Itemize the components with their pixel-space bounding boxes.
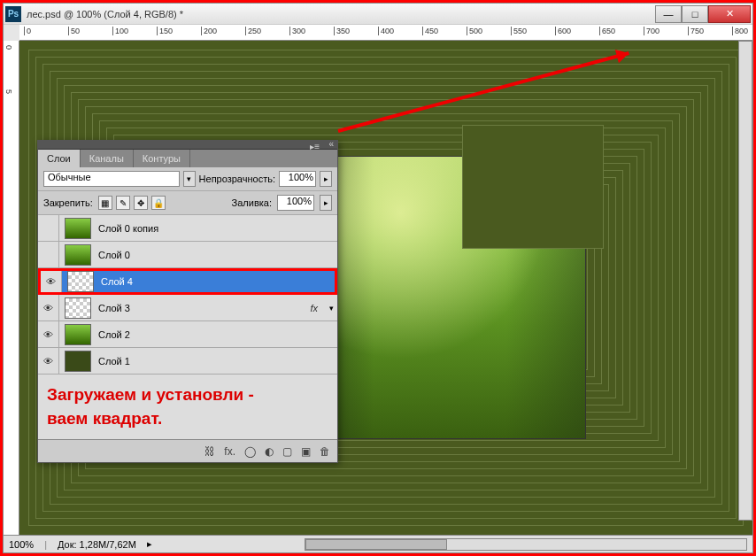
visibility-toggle[interactable]: 👁	[38, 295, 59, 320]
vertical-scrollbar[interactable]	[738, 41, 752, 521]
blend-row: Обычные ▾ Непрозрачность: 100% ▸	[38, 167, 337, 191]
opacity-arrow-icon[interactable]: ▸	[320, 171, 332, 187]
ruler-tick: 0	[24, 27, 31, 35]
window-controls: — □ ✕	[655, 5, 751, 23]
layer-list: Слой 0 копия Слой 0 👁 Слой 4 👁	[38, 215, 337, 375]
fx-expand-icon[interactable]: ▾	[325, 300, 337, 316]
layer-thumbnail[interactable]	[65, 351, 91, 372]
visibility-toggle[interactable]: 👁	[38, 321, 59, 347]
ruler-tick: 350	[334, 27, 350, 35]
zoom-level[interactable]: 100%	[9, 539, 34, 550]
fx-icon[interactable]: fx.	[224, 445, 235, 458]
layer-row[interactable]: 👁 Слой 1	[38, 348, 337, 375]
document-size: Док: 1,28M/7,62M	[58, 539, 136, 550]
layers-panel[interactable]: ▸≡ « Слои Каналы Контуры Обычные ▾ Непро…	[37, 140, 338, 463]
statusbar: 100% | Док: 1,28M/7,62M ▸	[4, 535, 752, 552]
maximize-button[interactable]: □	[682, 5, 708, 23]
fill-arrow-icon[interactable]: ▸	[320, 195, 332, 211]
square-overlay	[462, 125, 604, 249]
ruler-horizontal[interactable]: 0 50 100 150 200 250 300 350 400 450 500…	[19, 25, 752, 41]
ruler-tick: 100	[112, 27, 128, 35]
main-area: 0 5 // generate concentric lines later ▸…	[4, 41, 752, 535]
layer-thumbnail[interactable]	[65, 297, 91, 319]
minimize-button[interactable]: —	[655, 5, 682, 23]
fill-label: Заливка:	[232, 197, 272, 208]
opacity-input[interactable]: 100%	[279, 171, 316, 187]
layer-name[interactable]: Слой 0 копия	[96, 223, 337, 234]
fx-indicator[interactable]: fx	[303, 303, 325, 313]
lock-all-icon[interactable]: 🔒	[151, 196, 166, 210]
lock-transparency-icon[interactable]: ▦	[98, 196, 112, 210]
visibility-toggle[interactable]	[38, 242, 59, 267]
ruler-tick: 150	[157, 27, 173, 35]
statusbar-arrow-icon[interactable]: ▸	[147, 538, 152, 550]
tab-channels[interactable]: Каналы	[81, 150, 134, 167]
photoshop-icon: Ps	[5, 6, 21, 22]
visibility-toggle[interactable]	[38, 215, 59, 241]
panel-tabs: Слои Каналы Контуры	[38, 150, 337, 167]
layer-thumbnail[interactable]	[65, 244, 91, 266]
ruler-tick: 50	[68, 27, 80, 35]
lock-label: Закрепить:	[43, 197, 93, 208]
ruler-tick: 400	[378, 27, 394, 35]
ruler-tick: 0	[4, 45, 13, 50]
layer-name[interactable]: Слой 0	[96, 250, 337, 260]
ruler-tick: 800	[732, 27, 748, 35]
ruler-tick: 700	[644, 27, 660, 35]
layer-row[interactable]: 👁 Слой 2	[38, 321, 337, 348]
tab-layers[interactable]: Слои	[38, 150, 81, 167]
ruler-tick: 600	[555, 27, 571, 35]
layer-thumbnail[interactable]	[65, 218, 91, 239]
mask-icon[interactable]: ◯	[244, 445, 256, 458]
ruler-tick: 300	[289, 27, 305, 35]
panel-menu-icon[interactable]: ▸≡	[310, 142, 320, 151]
layer-name[interactable]: Слой 1	[96, 356, 337, 367]
adjustment-icon[interactable]: ◐	[265, 445, 274, 458]
canvas[interactable]: // generate concentric lines later ▸≡ « …	[19, 41, 752, 535]
layer-thumbnail[interactable]	[65, 324, 91, 345]
link-icon[interactable]: ⛓	[204, 445, 215, 458]
ruler-tick: 450	[422, 27, 438, 35]
layer-name[interactable]: Слой 2	[96, 329, 337, 340]
ruler-tick: 550	[511, 27, 527, 35]
ruler-tick: 650	[599, 27, 615, 35]
close-button[interactable]: ✕	[708, 5, 751, 23]
layer-row[interactable]: Слой 0	[38, 242, 337, 268]
window-title: лес.psd @ 100% (Слой 4, RGB/8) *	[27, 9, 655, 19]
ruler-tick: 750	[688, 27, 704, 35]
layer-row-selected[interactable]: 👁 Слой 4	[38, 268, 337, 295]
fill-input[interactable]: 100%	[277, 195, 314, 211]
layer-row[interactable]: Слой 0 копия	[38, 215, 337, 242]
layer-name[interactable]: Слой 4	[99, 276, 335, 287]
titlebar: Ps лес.psd @ 100% (Слой 4, RGB/8) * — □ …	[4, 4, 752, 25]
trash-icon[interactable]: 🗑	[320, 445, 330, 458]
ruler-tick: 200	[201, 27, 217, 35]
scroll-thumb[interactable]	[305, 539, 447, 550]
layer-name[interactable]: Слой 3	[96, 303, 303, 313]
ruler-tick: 250	[245, 27, 261, 35]
horizontal-scrollbar[interactable]	[305, 538, 747, 551]
ruler-tick: 500	[467, 27, 482, 35]
layer-row[interactable]: 👁 Слой 3 fx ▾	[38, 295, 337, 321]
tab-paths[interactable]: Контуры	[134, 150, 190, 167]
lock-pixels-icon[interactable]: ✎	[116, 196, 130, 210]
lock-row: Закрепить: ▦ ✎ ✥ 🔒 Заливка: 100% ▸	[38, 191, 337, 215]
blend-mode-select[interactable]: Обычные	[43, 171, 180, 187]
ruler-tick: 5	[4, 89, 13, 94]
panel-footer: ⛓ fx. ◯ ◐ ▢ ▣ 🗑	[38, 439, 337, 462]
panel-collapse-icon[interactable]: «	[328, 139, 334, 149]
photoshop-window: Ps лес.psd @ 100% (Слой 4, RGB/8) * — □ …	[3, 3, 753, 553]
lock-position-icon[interactable]: ✥	[134, 196, 148, 210]
annotation-text: Загружаем и установли - ваем квадрат.	[38, 375, 337, 439]
opacity-label: Непрозрачность:	[199, 174, 275, 184]
panel-header[interactable]: ▸≡ «	[38, 141, 337, 150]
layer-thumbnail[interactable]	[67, 271, 94, 292]
folder-icon[interactable]: ▢	[282, 445, 292, 458]
visibility-toggle[interactable]: 👁	[41, 271, 62, 292]
visibility-toggle[interactable]: 👁	[38, 348, 59, 374]
ruler-vertical[interactable]: 0 5	[4, 41, 19, 535]
new-layer-icon[interactable]: ▣	[301, 445, 311, 458]
statusbar-separator: |	[44, 539, 47, 550]
blend-dropdown-icon[interactable]: ▾	[183, 171, 196, 187]
